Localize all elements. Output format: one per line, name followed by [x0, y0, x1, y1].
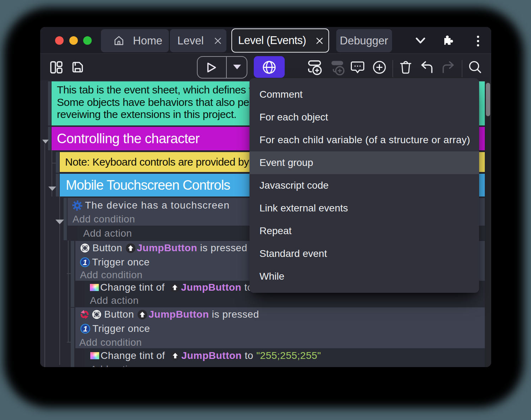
svg-text:1: 1 — [83, 258, 87, 267]
svg-text:1: 1 — [83, 324, 88, 333]
